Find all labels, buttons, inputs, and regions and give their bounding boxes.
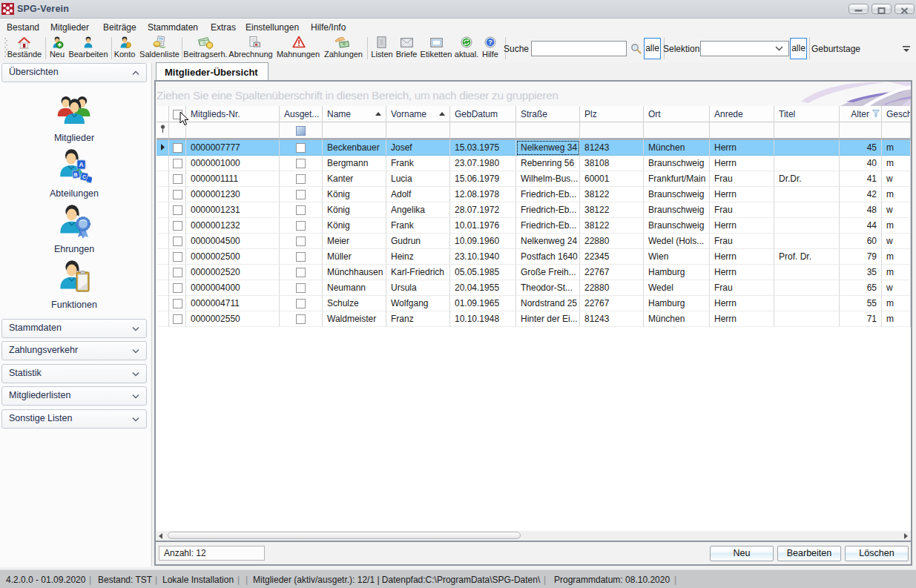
svg-text:B: B: [73, 172, 77, 177]
svg-text:C: C: [82, 174, 86, 179]
svg-text:A: A: [79, 161, 83, 168]
svg-text:?: ?: [488, 39, 492, 46]
